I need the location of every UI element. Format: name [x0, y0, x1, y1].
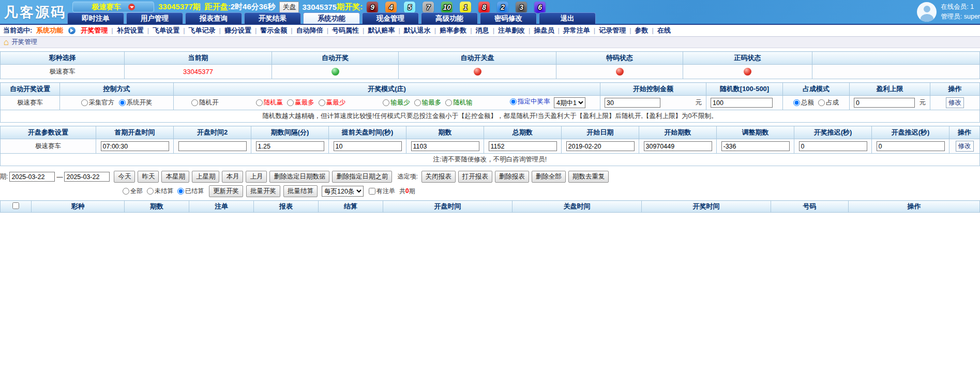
- date-filter-button[interactable]: 今天: [114, 171, 135, 183]
- sub-nav-link[interactable]: 操盘员: [534, 26, 563, 35]
- sub-nav-link[interactable]: 参数: [635, 26, 657, 35]
- radio-input[interactable]: [81, 99, 88, 106]
- radio-input[interactable]: [818, 99, 825, 106]
- settle-status-radio[interactable]: 已结算: [177, 187, 204, 196]
- mode-radio[interactable]: 随机赢: [256, 98, 283, 107]
- radio-input[interactable]: [256, 99, 263, 106]
- mode-radio[interactable]: 赢最多: [287, 98, 314, 107]
- radio-input[interactable]: [119, 99, 126, 106]
- win-rate-select[interactable]: 4期中1: [554, 97, 585, 108]
- param-input[interactable]: [877, 141, 945, 151]
- nav-tab[interactable]: 退出: [539, 12, 596, 24]
- select-all-checkbox[interactable]: [12, 202, 19, 209]
- share-mode-radio[interactable]: 占成: [818, 98, 839, 107]
- nav-tab[interactable]: 系统功能: [303, 12, 360, 24]
- radio-input[interactable]: [147, 188, 154, 195]
- date-filter-button[interactable]: 删除选定日期数据: [269, 171, 329, 183]
- param-input[interactable]: [566, 141, 635, 151]
- mode-radio[interactable]: 输最多: [414, 98, 442, 107]
- mode-radio[interactable]: 随机输: [445, 98, 473, 107]
- settle-status-radio[interactable]: 未结算: [147, 187, 173, 196]
- column-header: 期数: [125, 201, 189, 213]
- nav-tab[interactable]: 用户管理: [126, 12, 183, 24]
- random-number-input[interactable]: [711, 98, 773, 108]
- nav-tab[interactable]: 高级功能: [421, 12, 478, 24]
- start-amount-input[interactable]: [605, 98, 660, 108]
- date-from-input[interactable]: [9, 172, 55, 182]
- param-input[interactable]: [334, 141, 402, 151]
- sub-nav-link[interactable]: 自动降倍: [296, 26, 332, 35]
- param-input[interactable]: [489, 141, 557, 151]
- lottery-select-button[interactable]: 极速赛车: [72, 2, 154, 12]
- nav-tab[interactable]: 现金管理: [362, 12, 419, 24]
- param-input[interactable]: [644, 141, 712, 151]
- sub-nav-link[interactable]: 异常注单: [563, 26, 599, 35]
- date-filter-button[interactable]: 删除指定日期之前: [332, 171, 392, 183]
- sub-nav-link[interactable]: 默认赔率: [368, 26, 403, 35]
- param-input[interactable]: [411, 141, 479, 151]
- radio-input[interactable]: [445, 99, 452, 106]
- control-mode-radio[interactable]: 系统开奖: [119, 98, 153, 107]
- sub-nav-link[interactable]: 飞单设置: [153, 26, 188, 35]
- sub-nav-link[interactable]: 消息: [476, 26, 498, 35]
- nav-tab[interactable]: 报表查询: [185, 12, 242, 24]
- date-filter-button[interactable]: 本星期: [161, 171, 189, 183]
- current-period-cell: 33045377: [125, 65, 272, 79]
- mode-radio[interactable]: 输最少: [383, 98, 410, 107]
- radio-input[interactable]: [319, 99, 325, 106]
- radio-input[interactable]: [177, 188, 184, 195]
- mode-radio[interactable]: 随机开: [191, 98, 219, 107]
- date-filter-button[interactable]: 昨天: [138, 171, 159, 183]
- param-input[interactable]: [256, 141, 324, 151]
- report-action-button[interactable]: 打开报表: [458, 171, 492, 183]
- nav-tab[interactable]: 密码修改: [480, 12, 537, 24]
- sub-nav-link[interactable]: 赔率参数: [440, 26, 475, 35]
- batch-action-button[interactable]: 更新开奖: [209, 185, 243, 197]
- date-filter-button[interactable]: 上月: [246, 171, 267, 183]
- sub-nav-link[interactable]: 补货设置: [117, 26, 153, 35]
- win-rate-radio[interactable]: 指定中奖率: [510, 97, 550, 106]
- nav-tab[interactable]: 即时注单: [67, 12, 124, 24]
- sub-nav-link[interactable]: 飞单记录: [189, 26, 224, 35]
- sub-nav-link[interactable]: 默认退水: [404, 26, 440, 35]
- radio-input[interactable]: [287, 99, 294, 106]
- param-input[interactable]: [721, 141, 790, 151]
- sub-nav-link[interactable]: 开奖管理: [81, 26, 116, 35]
- sub-nav-link[interactable]: 号码属性: [332, 26, 368, 35]
- radio-input[interactable]: [123, 188, 129, 195]
- report-action-button[interactable]: 关闭报表: [421, 171, 456, 183]
- sub-nav-link[interactable]: 警示金额: [260, 26, 296, 35]
- nav-tab[interactable]: 开奖结果: [244, 12, 301, 24]
- batch-action-button[interactable]: 批量开奖: [246, 185, 280, 197]
- modify-button[interactable]: 修改: [956, 141, 974, 152]
- report-action-button[interactable]: 删除全部: [532, 171, 566, 183]
- sub-nav-link[interactable]: 记录管理: [599, 26, 635, 35]
- report-action-button[interactable]: 删除报表: [495, 171, 529, 183]
- close-gate-button[interactable]: 关盘: [279, 2, 299, 13]
- date-filter-button[interactable]: 上星期: [192, 171, 220, 183]
- param-input[interactable]: [101, 141, 169, 151]
- settle-status-radio[interactable]: 全部: [123, 187, 143, 196]
- date-to-input[interactable]: [64, 172, 110, 182]
- modify-button[interactable]: 修改: [946, 97, 964, 108]
- batch-action-button[interactable]: 批量结算: [283, 185, 318, 197]
- share-mode-radio[interactable]: 总额: [793, 98, 814, 107]
- radio-input[interactable]: [191, 99, 198, 106]
- page-size-select[interactable]: 每页120条: [322, 186, 364, 197]
- has-bets-checkbox[interactable]: 有注单: [369, 187, 395, 196]
- radio-input[interactable]: [414, 99, 421, 106]
- date-filter-button[interactable]: 本月: [222, 171, 243, 183]
- sub-nav-link[interactable]: 注单删改: [498, 26, 534, 35]
- radio-input[interactable]: [793, 99, 800, 106]
- control-mode-radio[interactable]: 采集官方: [81, 98, 115, 107]
- report-action-button[interactable]: 期数去重复: [568, 171, 609, 183]
- param-input[interactable]: [799, 141, 867, 151]
- checkbox-input[interactable]: [369, 188, 375, 195]
- mode-radio[interactable]: 赢最少: [319, 98, 346, 107]
- param-input[interactable]: [178, 141, 247, 151]
- profit-limit-input[interactable]: [854, 98, 915, 108]
- radio-input[interactable]: [383, 99, 389, 106]
- sub-nav-link[interactable]: 在线: [657, 26, 671, 35]
- sub-nav-link[interactable]: 赚分设置: [224, 26, 260, 35]
- radio-input[interactable]: [510, 98, 517, 105]
